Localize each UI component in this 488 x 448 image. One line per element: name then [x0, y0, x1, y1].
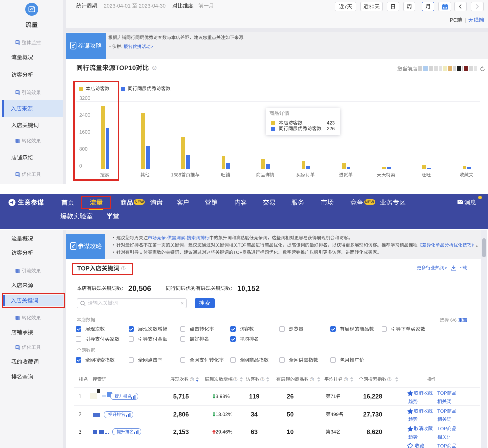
svg-text:?: ?: [235, 378, 237, 381]
svg-text:?: ?: [345, 378, 347, 381]
svg-text:?: ?: [389, 378, 391, 381]
svg-text:?: ?: [311, 378, 313, 381]
svg-text:?: ?: [153, 66, 155, 70]
svg-text:?: ?: [262, 378, 264, 381]
svg-text:?: ?: [191, 378, 193, 381]
